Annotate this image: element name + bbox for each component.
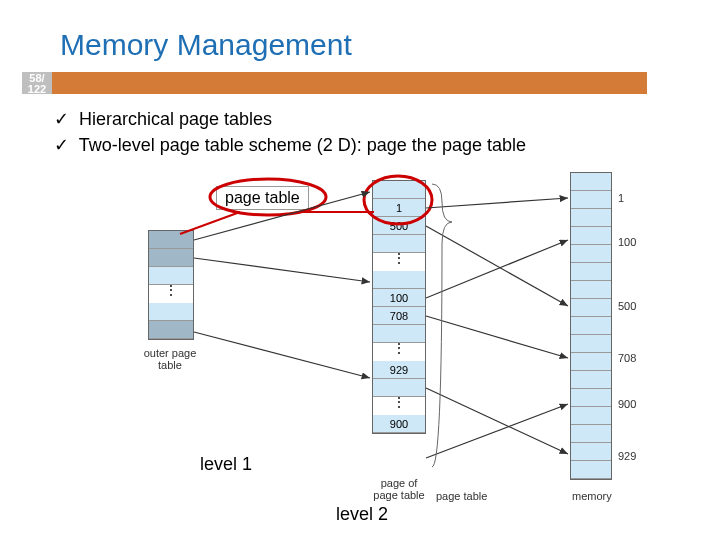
page-of-page-table-label: page of page table xyxy=(368,477,430,501)
page-table-caption: page table xyxy=(436,490,487,502)
mem-cell xyxy=(571,173,611,191)
mem-val-500: 500 xyxy=(618,300,636,312)
memory-label: memory xyxy=(572,490,612,502)
page-table-diagram: ⋮ outer page table 1 500 ⋮ 100 708 ⋮ 929… xyxy=(140,172,660,532)
bullet-list: ✓ Hierarchical page tables ✓ Two-level p… xyxy=(54,108,526,160)
outer-cell xyxy=(149,321,193,339)
mem-cell xyxy=(571,353,611,371)
mem-cell xyxy=(571,191,611,209)
mem-cell xyxy=(571,299,611,317)
arrow xyxy=(426,404,568,458)
outer-cell xyxy=(149,303,193,321)
inner-cell: 900 xyxy=(373,415,425,433)
mem-val-929: 929 xyxy=(618,450,636,462)
outer-cell xyxy=(149,249,193,267)
arrow xyxy=(426,388,568,454)
inner-cell: 1 xyxy=(373,199,425,217)
mem-val-708: 708 xyxy=(618,352,636,364)
badge-bottom: 122 xyxy=(22,84,52,95)
inner-cell: 500 xyxy=(373,217,425,235)
arrow xyxy=(426,240,568,298)
page-table-annotation-box: page table xyxy=(216,186,309,210)
mem-val-100: 100 xyxy=(618,236,636,248)
mem-cell xyxy=(571,281,611,299)
outer-cell xyxy=(149,231,193,249)
mem-cell xyxy=(571,227,611,245)
inner-cell: 929 xyxy=(373,361,425,379)
check-icon: ✓ xyxy=(54,109,69,129)
level2-label: level 2 xyxy=(336,504,388,525)
inner-cell: 100 xyxy=(373,289,425,307)
mem-cell xyxy=(571,443,611,461)
inner-page-table: 1 500 ⋮ 100 708 ⋮ 929 ⋮ 900 xyxy=(372,180,426,434)
arrow xyxy=(426,226,568,306)
ellipsis-icon: ⋮ xyxy=(149,285,193,303)
outer-page-table: ⋮ xyxy=(148,230,194,340)
mem-val-1: 1 xyxy=(618,192,624,204)
check-icon: ✓ xyxy=(54,135,69,155)
mem-cell xyxy=(571,209,611,227)
mem-val-900: 900 xyxy=(618,398,636,410)
inner-cell xyxy=(373,181,425,199)
mem-cell xyxy=(571,263,611,281)
mem-cell xyxy=(571,389,611,407)
mem-cell xyxy=(571,335,611,353)
mem-cell xyxy=(571,407,611,425)
mem-cell xyxy=(571,245,611,263)
bullet-1: ✓ Hierarchical page tables xyxy=(54,108,526,130)
inner-cell xyxy=(373,271,425,289)
memory-table xyxy=(570,172,612,480)
inner-cell: 708 xyxy=(373,307,425,325)
mem-cell xyxy=(571,461,611,479)
outer-page-table-label: outer page table xyxy=(140,347,200,371)
arrow xyxy=(194,332,370,378)
mem-cell xyxy=(571,371,611,389)
ellipsis-icon: ⋮ xyxy=(373,343,425,361)
mem-cell xyxy=(571,317,611,335)
arrow xyxy=(426,198,568,208)
ellipsis-icon: ⋮ xyxy=(373,253,425,271)
brace xyxy=(432,184,452,467)
header-bar xyxy=(52,72,647,94)
level1-label: level 1 xyxy=(200,454,252,475)
arrow xyxy=(426,316,568,358)
ellipsis-icon: ⋮ xyxy=(373,397,425,415)
mem-cell xyxy=(571,425,611,443)
slide-number-badge: 58/ 122 xyxy=(22,72,52,94)
bullet-2: ✓ Two-level page table scheme (2 D): pag… xyxy=(54,134,526,156)
page-title: Memory Management xyxy=(60,28,352,62)
arrow xyxy=(194,258,370,282)
